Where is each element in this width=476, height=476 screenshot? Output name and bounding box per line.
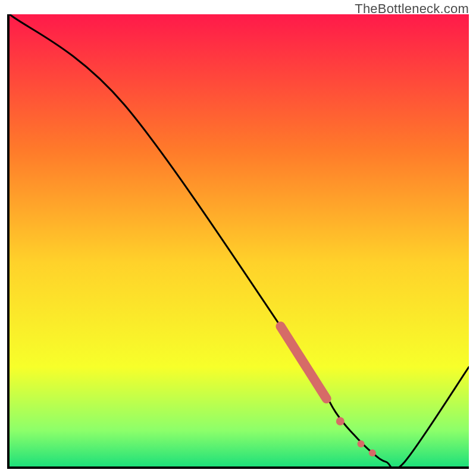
dot-a	[336, 417, 345, 425]
dot-c	[369, 449, 376, 456]
gradient-background	[10, 14, 469, 466]
dot-b	[358, 440, 365, 447]
plot-area	[7, 14, 469, 469]
chart-stage: TheBottleneck.com	[0, 0, 476, 476]
bottleneck-chart	[10, 14, 469, 466]
